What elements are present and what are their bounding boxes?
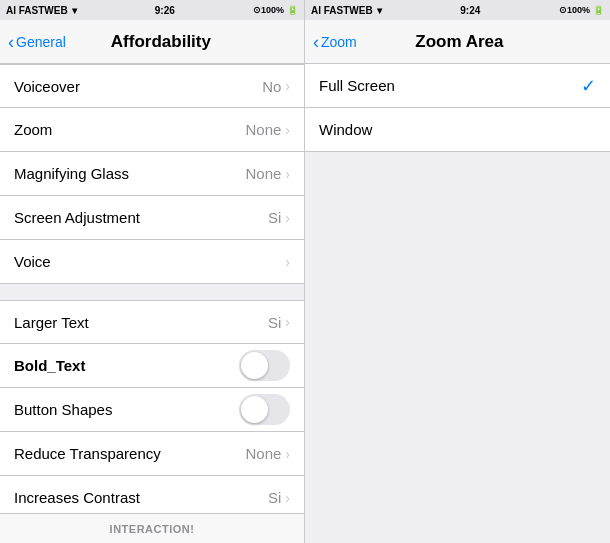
full-screen-label: Full Screen bbox=[319, 77, 581, 94]
screen-adjustment-label: Screen Adjustment bbox=[14, 209, 268, 226]
screen-adjustment-value: Si bbox=[268, 209, 281, 226]
right-time: 9:24 bbox=[460, 5, 480, 16]
left-back-chevron-icon: ‹ bbox=[8, 33, 14, 51]
bold-text-toggle[interactable] bbox=[239, 350, 290, 381]
left-status-right: ⊙100% 🔋 bbox=[253, 5, 298, 15]
right-nav-bar: ‹ Zoom Zoom Area bbox=[305, 20, 610, 64]
increases-contrast-chevron-icon: › bbox=[285, 490, 290, 506]
voice-label: Voice bbox=[14, 253, 281, 270]
window-item[interactable]: Window bbox=[305, 108, 610, 152]
button-shapes-toggle[interactable] bbox=[239, 394, 290, 425]
larger-text-chevron-icon: › bbox=[285, 314, 290, 330]
left-carrier: AI FASTWEB bbox=[6, 5, 68, 16]
screen-adjustment-chevron-icon: › bbox=[285, 210, 290, 226]
left-battery: 🔋 bbox=[287, 5, 298, 15]
right-carrier: AI FASTWEB bbox=[311, 5, 373, 16]
magnifying-glass-label: Magnifying Glass bbox=[14, 165, 245, 182]
larger-text-item[interactable]: Larger Text Si › bbox=[0, 300, 304, 344]
magnifying-glass-item[interactable]: Magnifying Glass None › bbox=[0, 152, 304, 196]
left-bottom-label: INTERACTION! bbox=[110, 523, 195, 535]
voice-chevron-icon: › bbox=[285, 254, 290, 270]
window-label: Window bbox=[319, 121, 596, 138]
right-panel: AI FASTWEB ▾ 9:24 ⊙100% 🔋 ‹ Zoom Zoom Ar… bbox=[305, 0, 610, 543]
left-status-left: AI FASTWEB ▾ bbox=[6, 5, 77, 16]
section-gap-1 bbox=[0, 284, 304, 300]
full-screen-item[interactable]: Full Screen ✓ bbox=[305, 64, 610, 108]
increases-contrast-label: Increases Contrast bbox=[14, 489, 268, 506]
reduce-transparency-chevron-icon: › bbox=[285, 446, 290, 462]
voiceover-value: No bbox=[262, 78, 281, 95]
right-signal-icon: ▾ bbox=[377, 5, 382, 16]
zoom-item[interactable]: Zoom None › bbox=[0, 108, 304, 152]
left-status-bar: AI FASTWEB ▾ 9:26 ⊙100% 🔋 bbox=[0, 0, 304, 20]
magnifying-glass-value: None bbox=[245, 165, 281, 182]
left-bottom-bar: INTERACTION! bbox=[0, 513, 304, 543]
larger-text-value: Si bbox=[268, 314, 281, 331]
right-status-bar: AI FASTWEB ▾ 9:24 ⊙100% 🔋 bbox=[305, 0, 610, 20]
right-battery: 🔋 bbox=[593, 5, 604, 15]
zoom-options-list: Full Screen ✓ Window bbox=[305, 64, 610, 543]
left-nav-bar: ‹ General Affordability bbox=[0, 20, 304, 64]
right-signal-strength: ⊙100% bbox=[559, 5, 590, 15]
left-settings-group-1: Voiceover No › Zoom None › Magnifying Gl… bbox=[0, 64, 304, 284]
magnifying-glass-chevron-icon: › bbox=[285, 166, 290, 182]
bold-text-label: Bold_Text bbox=[14, 357, 239, 374]
button-shapes-item[interactable]: Button Shapes bbox=[0, 388, 304, 432]
voiceover-item[interactable]: Voiceover No › bbox=[0, 64, 304, 108]
increases-contrast-item[interactable]: Increases Contrast Si › bbox=[0, 476, 304, 513]
screen-adjustment-item[interactable]: Screen Adjustment Si › bbox=[0, 196, 304, 240]
right-status-right: ⊙100% 🔋 bbox=[559, 5, 604, 15]
left-panel: AI FASTWEB ▾ 9:26 ⊙100% 🔋 ‹ General Affo… bbox=[0, 0, 305, 543]
left-signal: ▾ bbox=[72, 5, 77, 16]
full-screen-checkmark-icon: ✓ bbox=[581, 75, 596, 97]
voiceover-label: Voiceover bbox=[14, 78, 262, 95]
left-settings-list: Voiceover No › Zoom None › Magnifying Gl… bbox=[0, 64, 304, 513]
right-status-left: AI FASTWEB ▾ bbox=[311, 5, 382, 16]
voice-item[interactable]: Voice › bbox=[0, 240, 304, 284]
bold-text-item[interactable]: Bold_Text bbox=[0, 344, 304, 388]
zoom-label: Zoom bbox=[14, 121, 245, 138]
zoom-value: None bbox=[245, 121, 281, 138]
bold-text-toggle-knob bbox=[241, 352, 268, 379]
button-shapes-toggle-knob bbox=[241, 396, 268, 423]
right-nav-title: Zoom Area bbox=[317, 32, 602, 52]
zoom-chevron-icon: › bbox=[285, 122, 290, 138]
reduce-transparency-value: None bbox=[245, 445, 281, 462]
left-time: 9:26 bbox=[155, 5, 175, 16]
button-shapes-label: Button Shapes bbox=[14, 401, 239, 418]
left-signal-strength: ⊙100% bbox=[253, 5, 284, 15]
left-nav-title: Affordability bbox=[26, 32, 296, 52]
left-settings-group-2: Larger Text Si › Bold_Text Button Shapes… bbox=[0, 300, 304, 513]
reduce-transparency-label: Reduce Transparency bbox=[14, 445, 245, 462]
reduce-transparency-item[interactable]: Reduce Transparency None › bbox=[0, 432, 304, 476]
voiceover-chevron-icon: › bbox=[285, 78, 290, 94]
increases-contrast-value: Si bbox=[268, 489, 281, 506]
larger-text-label: Larger Text bbox=[14, 314, 268, 331]
